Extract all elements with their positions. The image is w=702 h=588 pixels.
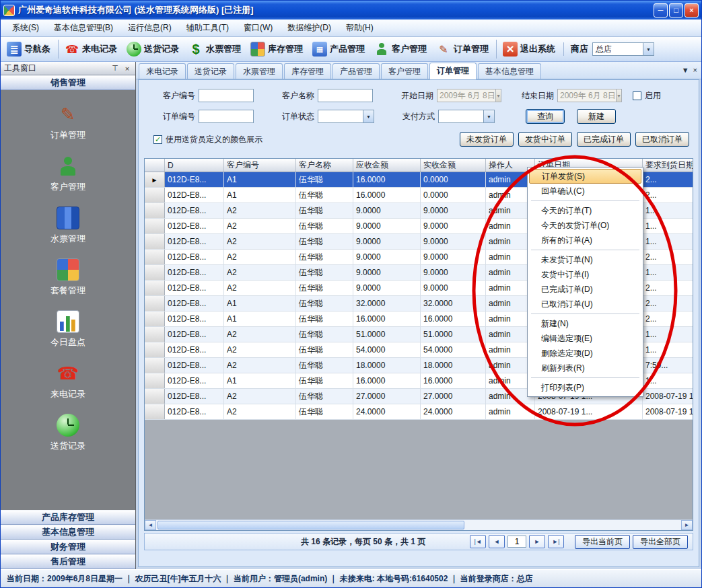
horizontal-scrollbar[interactable]: ◄ ► — [145, 519, 693, 530]
pin-icon[interactable]: ⊤ — [110, 64, 120, 73]
tab[interactable]: 订单管理 — [429, 63, 477, 79]
context-menu-item[interactable]: 删除选定项(D) — [529, 346, 641, 361]
enable-checkbox[interactable] — [633, 91, 641, 100]
row-selector-cell[interactable] — [145, 311, 165, 326]
context-menu-item[interactable]: 编辑选定项(E) — [529, 331, 641, 346]
column-header-required-date[interactable]: 要求到货日期 — [643, 159, 693, 172]
chevron-down-icon[interactable]: ▼ — [643, 43, 654, 55]
toolbar-button[interactable]: 送货记录 — [122, 40, 183, 59]
tab[interactable]: 客户管理 — [381, 63, 428, 79]
sidebar-nav-item[interactable]: 来电记录 — [1, 357, 135, 405]
context-menu-item[interactable]: 回单确认(C) — [529, 184, 641, 198]
toolbar-button[interactable]: 产品管理 — [308, 40, 369, 59]
sidebar-section-sales[interactable]: 销售管理 — [1, 75, 135, 90]
sidebar-section[interactable]: 基本信息管理 — [1, 525, 135, 540]
toolbar-button[interactable]: 库存管理 — [246, 40, 307, 59]
prev-page-button[interactable]: ◄ — [489, 535, 505, 548]
sidebar-section[interactable]: 售后管理 — [1, 554, 135, 569]
sidebar-nav-item[interactable]: 今日盘点 — [1, 305, 135, 353]
row-selector-cell[interactable] — [145, 389, 165, 404]
toolbar-button[interactable]: 订单管理 — [432, 40, 493, 59]
customer-name-input[interactable] — [318, 89, 373, 102]
export-current-page-button[interactable]: 导出当前页 — [575, 535, 630, 549]
sidebar-nav-item[interactable]: 水票管理 — [1, 202, 135, 250]
row-selector-cell[interactable] — [145, 219, 165, 233]
row-selector-cell[interactable] — [145, 296, 165, 311]
chevron-down-icon[interactable]: ▼ — [616, 89, 621, 102]
chevron-down-icon[interactable]: ▼ — [495, 89, 501, 102]
context-menu-item[interactable]: 发货中订单(I) — [529, 267, 641, 282]
export-all-pages-button[interactable]: 导出全部页 — [633, 535, 688, 549]
row-selector-cell[interactable] — [145, 265, 165, 280]
tab[interactable]: 库存管理 — [284, 63, 331, 79]
order-status-select[interactable]: ▼ — [318, 110, 374, 123]
chevron-down-icon[interactable]: ▼ — [483, 110, 494, 122]
menu-item[interactable]: 基本信息管理(B) — [46, 20, 120, 36]
row-selector-cell[interactable] — [145, 281, 165, 295]
row-selector-cell[interactable] — [145, 250, 165, 264]
scrollbar-thumb[interactable] — [157, 521, 464, 529]
row-selector-cell[interactable] — [145, 234, 165, 249]
store-select[interactable]: 总店 ▼ — [592, 42, 654, 56]
next-page-button[interactable]: ► — [529, 535, 545, 548]
first-page-button[interactable]: |◄ — [470, 535, 486, 548]
customer-no-input[interactable] — [199, 89, 254, 102]
status-filter-button[interactable]: 已取消订单 — [635, 132, 689, 147]
status-filter-button[interactable]: 发货中订单 — [518, 132, 572, 147]
context-menu-item[interactable]: 所有的订单(A) — [529, 233, 641, 248]
tab-list-chevron-icon[interactable]: ▼ — [682, 66, 689, 74]
column-header-selector[interactable] — [145, 159, 165, 172]
minimize-button[interactable]: ─ — [654, 3, 668, 17]
tab[interactable]: 基本信息管理 — [478, 63, 541, 79]
status-filter-button[interactable]: 已完成订单 — [577, 132, 631, 147]
sidebar-nav-item[interactable]: 送货记录 — [1, 409, 135, 457]
menu-item[interactable]: 数据维护(D) — [280, 20, 339, 36]
row-selector-cell[interactable] — [145, 373, 165, 388]
column-header-receivable[interactable]: 应收金额 — [353, 159, 421, 172]
order-no-input[interactable] — [199, 110, 254, 123]
menu-item[interactable]: 帮助(H) — [339, 20, 381, 36]
column-header-id[interactable]: D — [165, 159, 224, 172]
toolbar-button[interactable]: 导航条 — [3, 40, 55, 59]
context-menu-item[interactable]: 已完成订单(D) — [529, 282, 641, 297]
context-menu-item[interactable]: 刷新列表(R) — [529, 361, 641, 375]
sidebar-section[interactable]: 产品库存管理 — [1, 510, 135, 525]
context-menu-item[interactable]: 新建(N) — [529, 316, 641, 331]
row-selector-cell[interactable] — [145, 188, 165, 203]
toolbar-button[interactable]: 退出系统 — [496, 40, 559, 59]
table-row[interactable]: 012D-E8... A2 伍华聪 24.0000 24.0000 admin … — [145, 404, 693, 420]
row-selector-cell[interactable] — [145, 327, 165, 342]
toolbar-button[interactable]: 客户管理 — [370, 40, 431, 59]
tab[interactable]: 送货记录 — [187, 63, 234, 79]
query-button[interactable]: 查询 — [526, 109, 565, 124]
context-menu-item[interactable]: 今天的订单(T) — [529, 203, 641, 218]
scroll-left-icon[interactable]: ◄ — [145, 520, 156, 530]
sidebar-nav-item[interactable]: 客户管理 — [1, 150, 135, 198]
tab-close-icon[interactable]: × — [693, 66, 697, 74]
context-menu-item[interactable]: 未发货订单(N) — [529, 252, 641, 267]
tab[interactable]: 水票管理 — [236, 63, 283, 79]
driver-color-checkbox[interactable]: ✓ — [153, 135, 162, 144]
toolbar-button[interactable]: 水票管理 — [184, 40, 245, 59]
context-menu-item[interactable]: 已取消订单(U) — [529, 297, 641, 311]
row-selector-cell[interactable] — [145, 404, 165, 419]
start-date-picker[interactable]: 2009年 6月 8日 ▼ — [437, 89, 501, 102]
scroll-right-icon[interactable]: ► — [681, 520, 693, 530]
column-header-received[interactable]: 实收金额 — [421, 159, 486, 172]
pay-method-select[interactable]: ▼ — [438, 110, 495, 123]
tab[interactable]: 产品管理 — [332, 63, 380, 79]
maximize-button[interactable]: □ — [669, 3, 683, 17]
context-menu-item[interactable]: 打印列表(P) — [529, 380, 641, 395]
close-icon[interactable]: × — [122, 64, 132, 73]
menu-item[interactable]: 运行信息(R) — [120, 20, 179, 36]
sidebar-section[interactable]: 财务管理 — [1, 540, 135, 554]
status-filter-button[interactable]: 未发货订单 — [460, 132, 514, 147]
column-header-customer-no[interactable]: 客户编号 — [224, 159, 296, 172]
menu-item[interactable]: 辅助工具(T) — [179, 20, 236, 36]
sidebar-nav-item[interactable]: 订单管理 — [1, 98, 135, 146]
row-selector-cell[interactable] — [145, 342, 165, 357]
end-date-picker[interactable]: 2009年 6月 8日 ▼ — [557, 89, 622, 102]
last-page-button[interactable]: ►| — [548, 535, 564, 548]
row-selector-cell[interactable] — [145, 172, 165, 187]
toolbar-button[interactable]: 来电记录 — [58, 40, 121, 59]
